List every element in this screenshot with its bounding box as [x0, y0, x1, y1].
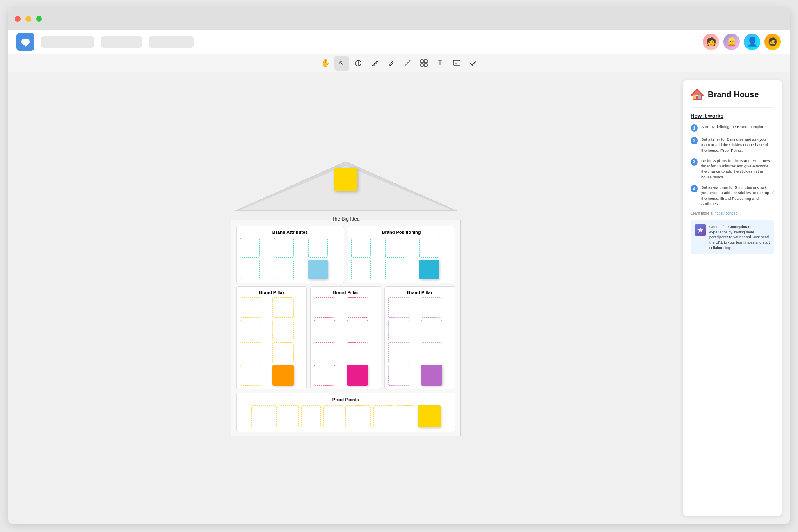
proof-cell-2[interactable]: [279, 405, 299, 427]
svg-rect-14: [693, 95, 696, 99]
checkmark-tool[interactable]: [466, 56, 480, 71]
p1-cell-7[interactable]: [240, 365, 261, 386]
p1-cell-4[interactable]: [272, 320, 294, 340]
pos-cell-3[interactable]: [419, 238, 439, 258]
top-sections: Brand Attributes: [236, 226, 455, 283]
pillar-3-section: Brand Pillar: [384, 286, 455, 389]
pillars-row: Brand Pillar: [236, 286, 455, 389]
app-window: 🧑 👱 👤 🧔 ✋ ↖ T: [8, 8, 790, 524]
proof-sticky-filled[interactable]: [418, 405, 441, 427]
p1-cell-2[interactable]: [272, 297, 294, 318]
p3-cell-3[interactable]: [388, 320, 409, 340]
p3-cell-7[interactable]: [388, 365, 409, 386]
attr-sticky-filled[interactable]: [308, 260, 328, 279]
step-4-num: 4: [691, 185, 698, 192]
big-idea-sticky[interactable]: [334, 168, 357, 191]
p2-cell-1[interactable]: [314, 297, 335, 318]
line-tool[interactable]: [400, 56, 415, 71]
p1-sticky-filled[interactable]: [272, 365, 294, 386]
svg-rect-15: [698, 95, 701, 99]
p2-cell-2[interactable]: [347, 297, 368, 318]
p2-cell-5[interactable]: [314, 342, 335, 363]
step-1: 1 Start by defining the Brand to explore…: [691, 124, 774, 132]
p3-cell-5[interactable]: [388, 342, 409, 363]
step-3-num: 3: [691, 158, 698, 166]
p3-cell-6[interactable]: [421, 342, 442, 363]
pos-cell-5[interactable]: [385, 260, 405, 279]
attr-cell-2[interactable]: [274, 238, 294, 258]
toolbar: ✋ ↖ T: [8, 54, 790, 72]
comment-tool[interactable]: [449, 56, 464, 71]
learn-more-link[interactable]: https://concep...: [715, 211, 741, 215]
select-tool[interactable]: ↖: [334, 56, 349, 71]
text-tool[interactable]: T: [433, 56, 448, 71]
nav-pill-1[interactable]: [41, 36, 94, 48]
cta-icon: [695, 224, 706, 236]
pillar-1-section: Brand Pillar: [236, 286, 307, 389]
pillar-2-section: Brand Pillar: [310, 286, 381, 389]
proof-cell-6[interactable]: [373, 405, 393, 427]
pos-cell-4[interactable]: [351, 260, 371, 279]
hand-tool[interactable]: ✋: [318, 56, 333, 71]
proof-grid: [241, 405, 451, 427]
attr-cell-3[interactable]: [308, 238, 328, 258]
svg-rect-3: [421, 60, 423, 63]
shape-tool[interactable]: [351, 56, 366, 71]
marker-tool[interactable]: [384, 56, 398, 71]
house-body: Brand Attributes: [231, 220, 461, 436]
p1-cell-5[interactable]: [240, 342, 261, 363]
maximize-button[interactable]: [36, 16, 42, 22]
proof-cell-3[interactable]: [301, 405, 321, 427]
pos-cell-1[interactable]: [351, 238, 371, 258]
logo-button[interactable]: [16, 33, 34, 51]
p2-cell-4[interactable]: [347, 320, 368, 340]
minimize-button[interactable]: [25, 16, 31, 22]
proof-cell-5[interactable]: [345, 405, 371, 427]
p3-cell-1[interactable]: [388, 297, 409, 318]
svg-marker-17: [697, 227, 703, 233]
p2-cell-6[interactable]: [347, 342, 368, 363]
p3-cell-4[interactable]: [421, 320, 442, 340]
p3-cell-2[interactable]: [421, 297, 442, 318]
learn-more-text: Learn more at: [691, 211, 715, 215]
avatar-2[interactable]: 👱: [723, 33, 741, 51]
pillar-1-title: Brand Pillar: [240, 290, 304, 295]
pos-cell-2[interactable]: [385, 238, 405, 258]
attr-cell-1[interactable]: [240, 238, 260, 258]
brand-positioning-section: Brand Positioning: [348, 226, 455, 283]
p3-sticky-filled[interactable]: [421, 365, 442, 386]
panel-title: Brand House: [708, 90, 759, 99]
nav-pill-2[interactable]: [101, 36, 142, 48]
svg-rect-4: [424, 60, 427, 63]
brand-attributes-title: Brand Attributes: [240, 230, 341, 235]
avatar-1[interactable]: 🧑: [702, 33, 720, 51]
close-button[interactable]: [15, 16, 21, 22]
step-2-num: 2: [691, 137, 698, 144]
big-idea-label: The Big Idea: [332, 216, 359, 222]
canvas[interactable]: The Big Idea Brand Attributes: [8, 72, 683, 524]
sticky-tool[interactable]: [416, 56, 431, 71]
nav-pill-3[interactable]: [149, 36, 194, 48]
p2-sticky-filled[interactable]: [347, 365, 368, 386]
pen-tool[interactable]: [367, 56, 382, 71]
step-1-num: 1: [691, 124, 698, 132]
panel-header: Brand House: [691, 88, 774, 101]
p1-cell-3[interactable]: [240, 320, 261, 340]
step-3: 3 Define 3 pillars for the Brand. Set a …: [691, 158, 774, 180]
avatar-4[interactable]: 🧔: [764, 33, 782, 51]
avatar-3[interactable]: 👤: [743, 33, 761, 51]
proof-cell-4[interactable]: [323, 405, 343, 427]
p2-cell-7[interactable]: [314, 365, 335, 386]
p1-cell-1[interactable]: [240, 297, 261, 318]
brand-attributes-section: Brand Attributes: [236, 226, 344, 283]
attr-cell-4[interactable]: [240, 260, 260, 279]
pillar-2-title: Brand Pillar: [314, 290, 377, 295]
p1-cell-6[interactable]: [272, 342, 294, 363]
step-2: 2 Set a timer for 2 minutes and ask your…: [691, 137, 774, 153]
pillar3-grid: [388, 297, 452, 386]
pos-sticky-filled[interactable]: [419, 260, 439, 279]
proof-cell-7[interactable]: [396, 405, 415, 427]
proof-cell-1[interactable]: [251, 405, 277, 427]
attr-cell-5[interactable]: [274, 260, 294, 279]
p2-cell-3[interactable]: [314, 320, 335, 340]
